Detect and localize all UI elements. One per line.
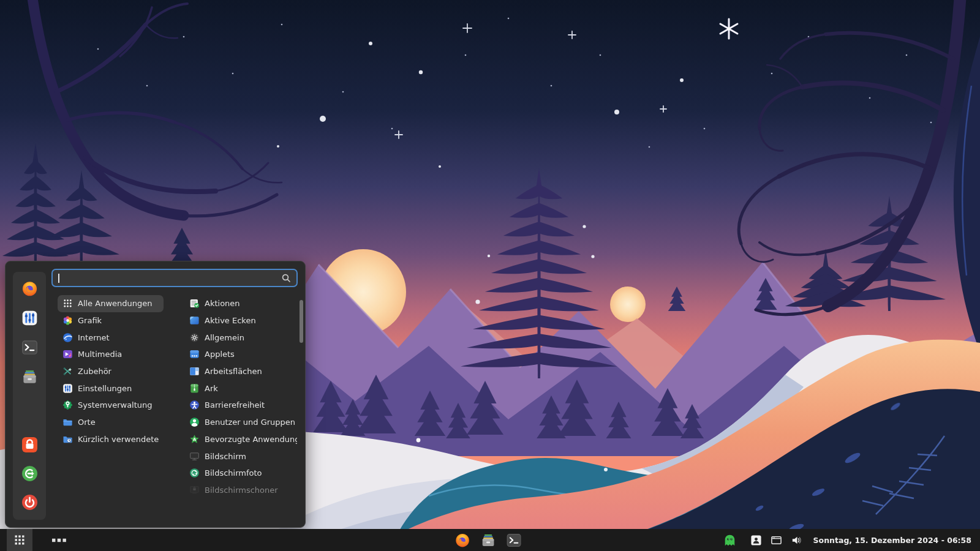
accessibility-icon bbox=[189, 400, 200, 410]
menu-item-label: Systemverwaltung bbox=[78, 400, 153, 410]
hot-corners-icon bbox=[189, 315, 200, 326]
internet-icon bbox=[62, 332, 73, 343]
firefox-icon bbox=[21, 280, 38, 297]
menu-item-label: Aktionen bbox=[205, 299, 240, 308]
favorites-list bbox=[13, 278, 46, 387]
taskbar-panel: Sonntag, 15. Dezember 2024 - 06:58 bbox=[0, 529, 980, 551]
logout-icon bbox=[21, 465, 38, 482]
menu-item-accessibility[interactable]: Barrierefreiheit bbox=[184, 397, 301, 414]
menu-item-label: Internet bbox=[78, 333, 110, 342]
file-manager-button[interactable] bbox=[479, 531, 497, 549]
firefox-button[interactable] bbox=[19, 278, 40, 299]
menu-item-label: Kürzlich verwendete Datei... bbox=[78, 435, 160, 444]
start-menu: Alle AnwendungenGrafikInternetMultimedia… bbox=[5, 261, 306, 528]
logout-button[interactable] bbox=[19, 463, 40, 484]
menu-item-graphics[interactable]: Grafik bbox=[58, 312, 164, 329]
terminal-button[interactable] bbox=[19, 337, 40, 358]
system-tray: Sonntag, 15. Dezember 2024 - 06:58 bbox=[717, 533, 974, 547]
menu-item-users[interactable]: Benutzer und Gruppen bbox=[184, 414, 301, 431]
menu-item-favorite-apps[interactable]: ABevorzugte Anwendungen bbox=[184, 431, 301, 448]
application-list: AktionenAktive EckenAllgemeinAppletsArbe… bbox=[184, 295, 301, 498]
file-manager-button[interactable] bbox=[19, 366, 40, 387]
menu-item-applets[interactable]: Applets bbox=[184, 346, 301, 363]
desktop: Alle AnwendungenGrafikInternetMultimedia… bbox=[0, 0, 980, 551]
menu-item-all-apps[interactable]: Alle Anwendungen bbox=[58, 295, 164, 312]
menu-item-label: Multimedia bbox=[78, 350, 122, 359]
menu-button[interactable] bbox=[7, 529, 32, 551]
filemanager-icon bbox=[480, 533, 496, 548]
menu-item-label: Zubehör bbox=[78, 367, 111, 376]
search-box[interactable] bbox=[51, 269, 298, 287]
display-icon bbox=[189, 451, 200, 462]
accessories-icon bbox=[62, 366, 73, 377]
sun-small bbox=[610, 287, 646, 322]
actions-icon bbox=[189, 298, 200, 309]
menu-item-workspaces[interactable]: Arbeitsflächen bbox=[184, 363, 301, 380]
menu-item-label: Bildschirmschoner bbox=[205, 485, 278, 495]
menu-item-label: Allgemein bbox=[205, 333, 244, 342]
menu-item-accessories[interactable]: Zubehör bbox=[58, 363, 164, 380]
menu-sidebar bbox=[13, 272, 46, 520]
menu-item-administration[interactable]: Systemverwaltung bbox=[58, 397, 164, 414]
users-icon bbox=[189, 417, 200, 427]
search-icon bbox=[281, 273, 291, 283]
general-icon bbox=[189, 332, 200, 343]
firefox-button[interactable] bbox=[453, 531, 472, 549]
terminal-icon bbox=[21, 339, 38, 356]
menu-item-hot-corners[interactable]: Aktive Ecken bbox=[184, 312, 301, 329]
session-buttons bbox=[13, 434, 46, 512]
all-apps-icon bbox=[62, 298, 73, 309]
ark-icon bbox=[189, 383, 200, 394]
applets-icon bbox=[189, 349, 200, 359]
terminal-icon bbox=[506, 533, 521, 548]
menu-item-label: Bevorzugte Anwendungen bbox=[205, 435, 297, 444]
places-icon bbox=[62, 417, 73, 427]
terminal-button[interactable] bbox=[505, 531, 523, 549]
clock-applet[interactable]: Sonntag, 15. Dezember 2024 - 06:58 bbox=[813, 536, 971, 545]
shutdown-button[interactable] bbox=[19, 492, 40, 512]
workspaces-icon bbox=[189, 366, 200, 377]
user-applet-tray-icon[interactable] bbox=[750, 533, 763, 547]
menu-item-label: Applets bbox=[205, 350, 235, 359]
menu-item-recent[interactable]: Kürzlich verwendete Datei... bbox=[58, 431, 164, 448]
screensaver-ghost-tray-icon[interactable] bbox=[723, 533, 737, 547]
menu-item-label: Bildschirmfoto bbox=[205, 468, 262, 478]
favorite-apps-icon: A bbox=[189, 434, 200, 444]
menu-item-label: Arbeitsflächen bbox=[205, 367, 262, 376]
volume-tray-icon[interactable] bbox=[790, 533, 804, 547]
menu-item-actions[interactable]: Aktionen bbox=[184, 295, 301, 312]
search-input[interactable] bbox=[53, 274, 281, 283]
menu-item-multimedia[interactable]: Multimedia bbox=[58, 346, 164, 363]
preferences-icon bbox=[62, 383, 73, 394]
lock-icon bbox=[21, 437, 38, 453]
firefox-icon bbox=[454, 533, 470, 548]
menu-item-preferences[interactable]: Einstellungen bbox=[58, 380, 164, 397]
screensaver-icon bbox=[189, 485, 200, 495]
menu-item-label: Ark bbox=[205, 384, 218, 393]
lock-screen-button[interactable] bbox=[19, 434, 40, 455]
menu-item-places[interactable]: Orte bbox=[58, 414, 164, 431]
text-cursor bbox=[58, 274, 59, 283]
recent-icon bbox=[62, 434, 73, 444]
window-list-applet[interactable] bbox=[52, 538, 67, 542]
scrollbar-thumb[interactable] bbox=[300, 300, 303, 343]
menu-item-label: Benutzer und Gruppen bbox=[205, 418, 295, 427]
menu-item-display[interactable]: Bildschirm bbox=[184, 448, 301, 465]
system-settings-button[interactable] bbox=[19, 307, 40, 328]
category-list: Alle AnwendungenGrafikInternetMultimedia… bbox=[58, 295, 164, 448]
menu-item-label: Bildschirm bbox=[205, 452, 246, 461]
menu-item-label: Orte bbox=[78, 418, 96, 427]
screenshot-icon bbox=[189, 468, 200, 478]
menu-item-ark[interactable]: Ark bbox=[184, 380, 301, 397]
menu-item-screenshot[interactable]: Bildschirmfoto bbox=[184, 465, 301, 482]
filemanager-icon bbox=[21, 369, 38, 385]
shutdown-icon bbox=[21, 494, 38, 511]
svg-text:A: A bbox=[193, 437, 197, 442]
menu-item-label: Barrierefreiheit bbox=[205, 400, 265, 410]
menu-item-label: Grafik bbox=[78, 316, 102, 325]
administration-icon bbox=[62, 400, 73, 410]
display-applet-tray-icon[interactable] bbox=[770, 533, 783, 547]
menu-item-screensaver[interactable]: Bildschirmschoner bbox=[184, 482, 301, 499]
menu-item-internet[interactable]: Internet bbox=[58, 329, 164, 346]
menu-item-general[interactable]: Allgemein bbox=[184, 329, 301, 346]
